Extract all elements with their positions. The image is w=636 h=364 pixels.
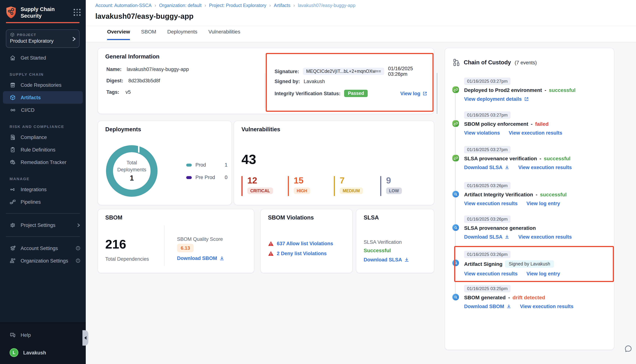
chevron-right-icon bbox=[77, 222, 81, 228]
breadcrumb-artifacts[interactable]: Artifacts bbox=[274, 3, 290, 8]
pre-prod-swatch bbox=[186, 176, 192, 179]
download-slsa-link[interactable]: Download SLSA bbox=[464, 165, 510, 170]
app-grid-icon[interactable] bbox=[74, 9, 81, 16]
breadcrumb-current[interactable]: lavakush07/easy-buggy-app bbox=[298, 3, 356, 8]
view-execution-results-link[interactable]: View execution results bbox=[518, 165, 572, 170]
custody-event-artifact-integrity: 01/16/2025 03:26pm Artifact Integrity Ve… bbox=[464, 182, 609, 206]
sidebar-item-integrations[interactable]: Integrations bbox=[0, 183, 86, 196]
sidebar-item-remediation-tracker[interactable]: Remediation Tracker bbox=[0, 156, 86, 168]
view-violations-link[interactable]: View violations bbox=[464, 130, 500, 136]
download-slsa-link[interactable]: Download SLSA bbox=[464, 234, 510, 240]
scrollbar-thumb[interactable] bbox=[437, 73, 438, 114]
sidebar-item-cicd[interactable]: CI/CD bbox=[0, 104, 86, 116]
legend-value: 0 bbox=[225, 175, 227, 180]
deny-list-violations-link[interactable]: 2 Deny list Violations bbox=[277, 251, 327, 256]
home-icon bbox=[10, 54, 16, 61]
view-execution-results-link[interactable]: View execution results bbox=[518, 234, 572, 240]
high-count: 15 bbox=[294, 176, 310, 185]
artifact-name-value: lavakush07/easy-buggy-app bbox=[127, 66, 189, 72]
project-name: Product Exploratory bbox=[10, 38, 76, 44]
download-sbom-link[interactable]: Download SBOM bbox=[464, 304, 511, 309]
view-execution-results-link[interactable]: View execution results bbox=[464, 271, 518, 276]
view-execution-results-link[interactable]: View execution results bbox=[509, 130, 562, 136]
vulnerabilities-card: Vulnerabilities 43 12 CRITICAL 15 HIGH 7… bbox=[234, 120, 434, 205]
card-title: General Information bbox=[105, 53, 160, 60]
custody-event-sbom-generated: 01/16/2025 03:25pm SBOM generated - drif… bbox=[464, 285, 609, 309]
scan-search-icon bbox=[452, 224, 459, 231]
download-sbom-link[interactable]: Download SBOM bbox=[177, 256, 224, 261]
sidebar-item-label: Compliance bbox=[21, 134, 47, 140]
sidebar-item-account-settings[interactable]: Account Settings bbox=[0, 242, 86, 254]
download-icon bbox=[505, 165, 510, 170]
critical-badge: CRITICAL bbox=[247, 188, 273, 194]
sidebar-item-rule-definitions[interactable]: Rule Definitions bbox=[0, 144, 86, 156]
page: Supply Chain Security PROJECT Product Ex… bbox=[0, 0, 636, 364]
view-execution-results-link[interactable]: View execution results bbox=[520, 304, 574, 309]
tab-sbom[interactable]: SBOM bbox=[141, 29, 156, 40]
warning-icon bbox=[268, 251, 274, 256]
event-timestamp: 01/16/2025 03:27pm bbox=[464, 78, 510, 85]
event-title: Deployed to Prod2 environment bbox=[464, 87, 542, 93]
info-icon[interactable] bbox=[76, 258, 81, 263]
event-status: drift detected bbox=[512, 294, 545, 300]
tab-vulnerabilities[interactable]: Vulnerabilities bbox=[208, 29, 240, 40]
status-badge-passed: Passed bbox=[344, 90, 368, 97]
event-title: SLSA provenance generation bbox=[464, 225, 536, 231]
breadcrumb-separator: › bbox=[269, 2, 271, 8]
chain-of-custody-panel: Chain of Custody (7 events) 01/16/2025 0… bbox=[445, 48, 614, 350]
artifacts-cube-icon bbox=[10, 94, 16, 100]
sidebar-item-get-started[interactable]: Get Started bbox=[0, 52, 86, 64]
sidebar-nav: Get Started SUPPLY CHAIN Code Repositori… bbox=[0, 52, 86, 267]
chain-of-custody-header: Chain of Custody (7 events) bbox=[453, 58, 537, 66]
view-log-entry-link[interactable]: View log entry bbox=[526, 201, 560, 206]
deny-list-violations-row: 2 Deny list Violations bbox=[268, 251, 327, 256]
view-deployment-details-link[interactable]: View deployment details bbox=[464, 96, 529, 102]
info-icon[interactable] bbox=[76, 246, 81, 251]
allow-list-violations-link[interactable]: 637 Allow list Violations bbox=[277, 241, 333, 246]
custody-event-artifact-signing: 01/16/2025 03:26pm Artifact Signing Sign… bbox=[464, 251, 609, 276]
sidebar-item-pipelines[interactable]: Pipelines bbox=[0, 196, 86, 208]
sidebar-item-artifacts[interactable]: Artifacts bbox=[3, 91, 83, 104]
sidebar-item-compliance[interactable]: Compliance bbox=[0, 131, 86, 144]
gear-icon bbox=[10, 222, 16, 228]
breadcrumb: Account: Automation-SSCA › Organization:… bbox=[95, 2, 355, 8]
view-execution-results-link[interactable]: View execution results bbox=[464, 201, 518, 206]
view-log-link[interactable]: View log bbox=[400, 91, 427, 96]
sidebar-item-help[interactable]: ? Help bbox=[0, 329, 86, 341]
low-badge: LOW bbox=[386, 188, 402, 194]
custody-event-slsa-verification: 01/16/2025 03:27pm SLSA provenance verif… bbox=[464, 146, 609, 170]
card-inner-divider bbox=[164, 226, 165, 266]
custody-event-sbom-policy: 01/16/2025 03:27pm SBOM policy enforceme… bbox=[464, 112, 609, 136]
download-slsa-link[interactable]: Download SLSA bbox=[364, 257, 410, 262]
project-selector[interactable]: PROJECT Product Exploratory bbox=[6, 30, 80, 48]
sidebar-item-project-settings[interactable]: Project Settings bbox=[0, 219, 86, 231]
brand-title: Supply Chain Security bbox=[21, 6, 55, 19]
external-link-icon bbox=[524, 97, 529, 102]
scan-search-icon bbox=[452, 260, 459, 266]
event-timestamp: 01/16/2025 03:26pm bbox=[464, 182, 510, 189]
tab-deployments[interactable]: Deployments bbox=[167, 29, 197, 40]
chain-of-custody-icon bbox=[453, 58, 460, 66]
sidebar: Supply Chain Security PROJECT Product Ex… bbox=[0, 0, 86, 364]
help-chat-icon: ? bbox=[10, 332, 16, 338]
sidebar-item-code-repositories[interactable]: Code Repositories bbox=[0, 79, 86, 91]
severity-critical: 12 CRITICAL bbox=[241, 176, 273, 196]
sidebar-item-organization-settings[interactable]: Organization Settings bbox=[0, 254, 86, 267]
sidebar-divider bbox=[6, 213, 80, 214]
legend-value: 1 bbox=[225, 162, 227, 168]
digest-value: 8d23bd3b5d8f bbox=[128, 78, 160, 84]
view-log-entry-link[interactable]: View log entry bbox=[526, 271, 560, 276]
org-chart-gear-icon bbox=[10, 258, 16, 264]
breadcrumb-project[interactable]: Project: Product Exploratory bbox=[209, 3, 266, 8]
medium-badge: MEDIUM bbox=[340, 188, 363, 194]
tab-overview[interactable]: Overview bbox=[107, 29, 130, 40]
severity-high: 15 HIGH bbox=[288, 176, 310, 196]
prod-swatch bbox=[186, 164, 192, 166]
sbom-quality-score-value: 6.13 bbox=[177, 244, 194, 252]
brand-divider bbox=[6, 22, 80, 23]
breadcrumb-account[interactable]: Account: Automation-SSCA bbox=[95, 3, 152, 8]
chat-bubble-icon[interactable] bbox=[623, 344, 633, 354]
sidebar-collapse-handle[interactable] bbox=[83, 330, 88, 346]
breadcrumb-organization[interactable]: Organization: default bbox=[159, 3, 201, 8]
user-menu[interactable]: L Lavakush bbox=[0, 346, 86, 359]
